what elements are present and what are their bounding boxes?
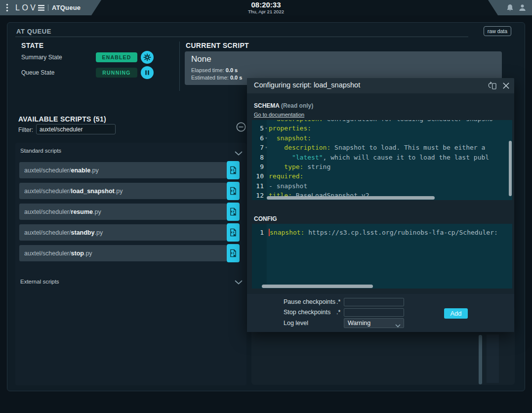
code-line: 6▾ snapshot:: [252, 133, 512, 143]
run-script-icon: [229, 228, 237, 237]
pause-checkpoints-input[interactable]: [344, 298, 404, 306]
schema-title: SCHEMA (Read only): [254, 102, 313, 109]
copy-config-icon[interactable]: [488, 82, 498, 93]
app-title: ATQueue: [52, 4, 81, 11]
stop-checkpoints-label: Stop checkpoints: [284, 309, 330, 316]
state-divider: [179, 41, 180, 91]
code-line: description: Configuration for loading S…: [252, 120, 512, 124]
script-row[interactable]: auxtel/scheduler/load_snapshot.py: [19, 183, 240, 199]
summary-state-badge: ENABLED: [96, 52, 137, 62]
schema-readonly-label: (Read only): [281, 102, 313, 109]
raw-data-button[interactable]: raw data: [484, 26, 511, 36]
run-script-icon: [229, 165, 237, 175]
user-icon[interactable]: [518, 3, 527, 14]
log-level-value: Warning: [348, 320, 370, 327]
code-line: 5▾properties:: [252, 124, 512, 133]
top-bar-right: [474, 0, 532, 15]
code-line: 8 "latest", which will cause it to load …: [252, 153, 512, 162]
run-script-icon: [229, 207, 237, 216]
top-bar-left: LOV ATQueue: [0, 0, 101, 15]
queue-state-badge: RUNNING: [96, 68, 137, 78]
script-row[interactable]: auxtel/scheduler/enable.py: [19, 162, 240, 178]
launch-script-button[interactable]: [227, 182, 240, 200]
stop-checkpoints-input[interactable]: [344, 308, 404, 317]
modal-title: Configuring script: load_snapshot: [254, 81, 360, 89]
queue-panel-scrollbar[interactable]: [479, 335, 482, 384]
modal-header: Configuring script: load_snapshot: [247, 78, 514, 93]
schema-code: description: Configuration for loading S…: [252, 120, 512, 200]
current-script-title: CURRENT SCRIPT: [186, 41, 249, 49]
standard-scripts-list: auxtel/scheduler/enable.pyauxtel/schedul…: [19, 162, 240, 266]
panel-title: AT QUEUE: [16, 28, 51, 35]
script-row[interactable]: auxtel/scheduler/standby.py: [19, 224, 240, 241]
script-row[interactable]: auxtel/scheduler/stop.py: [19, 245, 240, 261]
stop-checkpoints-hint: .*: [336, 309, 340, 316]
pause-checkpoints-hint: .*: [336, 298, 340, 305]
summary-state-gear-button[interactable]: [141, 51, 154, 64]
script-name: auxtel/scheduler/stop.py: [19, 245, 227, 261]
config-title: CONFIG: [254, 215, 277, 222]
close-icon[interactable]: [502, 82, 510, 92]
modal-footer: Pause checkpoints .* Stop checkpoints .*…: [247, 294, 514, 332]
elapsed-time: Elapsed time: 0.0 s: [191, 67, 238, 73]
code-line: 7▾ description: Snapshot to load. This m…: [252, 143, 512, 152]
launch-script-button[interactable]: [227, 223, 240, 242]
log-level-select[interactable]: Warning: [344, 318, 404, 328]
filter-label: Filter:: [18, 126, 33, 133]
add-button[interactable]: Add: [444, 308, 468, 319]
config-horizontal-scrollbar[interactable]: [262, 285, 373, 288]
top-bar: LOV ATQueue 08:20:33 Thu, Apr 21 2022: [0, 0, 532, 15]
config-editor[interactable]: 1snapshot: https://s3.cp.lsst.org/rubino…: [252, 224, 512, 289]
script-name: auxtel/scheduler/resume.py: [19, 204, 227, 220]
estimated-time: Estimated time: 0.0 s: [191, 75, 242, 81]
script-name: auxtel/scheduler/load_snapshot.py: [19, 183, 227, 199]
chevron-down-icon: [395, 322, 401, 329]
current-script-name: None: [191, 54, 211, 64]
configure-script-modal: Configuring script: load_snapshot SCHEMA…: [247, 78, 514, 332]
script-name: auxtel/scheduler/enable.py: [19, 162, 227, 178]
standard-scripts-chevron-icon[interactable]: [235, 149, 243, 158]
external-scripts-header: External scripts: [20, 279, 59, 285]
script-row[interactable]: auxtel/scheduler/resume.py: [19, 204, 240, 220]
code-line: 1snapshot: https://s3.cp.lsst.org/rubino…: [252, 228, 512, 237]
queue-panel-column: [487, 334, 499, 383]
launch-script-button[interactable]: [227, 203, 240, 221]
available-scripts-title: AVAILABLE SCRIPTS (51): [18, 115, 106, 123]
panel-divider: [15, 37, 468, 37]
clock-time: 08:20:33: [248, 1, 284, 9]
state-title: STATE: [21, 41, 43, 49]
launch-script-button[interactable]: [227, 244, 240, 262]
external-scripts-chevron-icon[interactable]: [235, 278, 243, 287]
logo-e-icon: [38, 5, 45, 11]
run-script-icon: [229, 186, 237, 196]
logo-text: LOV: [15, 3, 38, 12]
logo-divider: [48, 4, 49, 11]
clock-date: Thu, Apr 21 2022: [248, 9, 284, 14]
scripts-box: Standard scripts auxtel/scheduler/enable…: [15, 143, 246, 385]
collapse-panel-icon[interactable]: [236, 122, 246, 134]
run-script-icon: [229, 248, 237, 258]
love-logo: LOV ATQueue: [15, 3, 81, 12]
queue-state-label: Queue State: [21, 69, 54, 76]
filter-input[interactable]: [36, 124, 116, 134]
pause-checkpoints-label: Pause checkpoints: [284, 298, 335, 305]
script-name: auxtel/scheduler/standby.py: [19, 224, 227, 241]
schema-vertical-scrollbar[interactable]: [509, 141, 512, 196]
launch-script-button[interactable]: [227, 161, 240, 179]
code-line: 10required:: [252, 171, 512, 181]
documentation-link[interactable]: Go to documentation: [254, 112, 304, 118]
atqueue-app: LOV ATQueue 08:20:33 Thu, Apr 21 2022 AT…: [0, 0, 532, 413]
pause-icon: [144, 69, 151, 76]
code-line: 11- snapshot: [252, 181, 512, 191]
schema-horizontal-scrollbar[interactable]: [267, 196, 435, 200]
schema-editor[interactable]: description: Configuration for loading S…: [252, 120, 512, 200]
summary-state-label: Summary State: [21, 54, 62, 61]
notifications-bell-icon[interactable]: [506, 3, 514, 14]
menu-dots-icon[interactable]: [6, 3, 8, 12]
config-code: 1snapshot: https://s3.cp.lsst.org/rubino…: [252, 224, 512, 237]
log-level-label: Log level: [284, 320, 308, 327]
pause-queue-button[interactable]: [141, 66, 154, 79]
clock: 08:20:33 Thu, Apr 21 2022: [248, 1, 284, 14]
gear-icon: [143, 53, 152, 62]
standard-scripts-header: Standard scripts: [20, 148, 61, 154]
